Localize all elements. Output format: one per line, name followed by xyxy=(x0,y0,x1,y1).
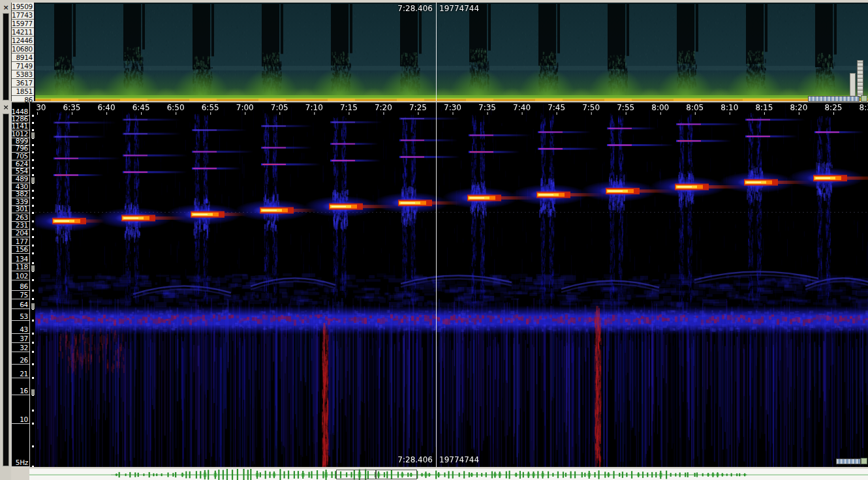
close-pane-icon[interactable]: × xyxy=(2,4,10,12)
time-tick-label: 8:30 xyxy=(860,103,868,112)
top-pane-vertical-scrollbar[interactable] xyxy=(3,13,9,100)
frequency-tick-label: 75 xyxy=(12,291,30,299)
frequency-tick-label: 43 xyxy=(12,321,30,334)
playback-cursor-line-main xyxy=(436,102,437,467)
time-tick-label: 6:35 xyxy=(63,103,81,112)
time-tick-label: 6:30 xyxy=(35,103,46,112)
frequency-tick-mark xyxy=(32,342,34,344)
overview-view-region-box[interactable] xyxy=(375,470,417,479)
time-tick-label: 7:10 xyxy=(305,103,323,112)
time-ruler: 6:306:356:406:456:506:557:007:057:107:15… xyxy=(35,103,868,113)
frequency-tick-label: 10 xyxy=(12,395,30,424)
frequency-tick-label: 14211 xyxy=(12,28,34,37)
cursor-sample-readout-main: 19774744 xyxy=(439,455,479,464)
frequency-tick-label: 32 xyxy=(12,343,30,352)
cursor-time-readout-main: 7:28.406 xyxy=(361,455,433,464)
frequency-tick-mark xyxy=(32,363,34,365)
frequency-tick-label: 86 xyxy=(12,280,30,291)
frequency-gray-marker xyxy=(31,132,35,138)
playback-cursor-line-top xyxy=(436,3,437,101)
frequency-tick-mark xyxy=(32,151,34,153)
frequency-tick-label: 10680 xyxy=(12,45,34,53)
frequency-tick-mark xyxy=(32,279,34,281)
frequency-tick-mark xyxy=(32,410,34,412)
frequency-gray-marker xyxy=(31,303,35,309)
frequency-tick-label: 118 xyxy=(12,263,30,271)
frequency-tick-label: 301 xyxy=(12,206,30,213)
frequency-tick-label: 15977 xyxy=(12,20,34,28)
main-frequency-scale[interactable]: 1448128611411012899796705624554489430382… xyxy=(11,102,35,467)
time-tick-label: 7:20 xyxy=(375,103,392,112)
time-tick-label: 6:50 xyxy=(167,103,185,112)
frequency-tick-mark xyxy=(32,115,34,117)
time-tick-label: 8:00 xyxy=(651,103,669,112)
time-tick-label: 7:40 xyxy=(513,103,531,112)
frequency-tick-mark xyxy=(32,220,34,222)
frequency-gray-marker xyxy=(31,389,35,395)
global-overview-strip[interactable] xyxy=(29,468,868,480)
frequency-tick-label: 16 xyxy=(12,378,30,395)
top-pane-vertical-zoom-bar[interactable] xyxy=(850,73,856,98)
cursor-sample-readout-top: 19774744 xyxy=(439,4,479,13)
time-tick-label: 7:15 xyxy=(340,103,358,112)
frequency-tick-label: 12446 xyxy=(12,37,34,45)
frequency-tick-mark xyxy=(32,245,34,247)
frequency-tick-mark xyxy=(32,236,34,238)
frequency-tick-mark xyxy=(32,167,34,169)
frequency-tick-mark xyxy=(32,333,34,335)
frequency-tick-label: 21 xyxy=(12,365,30,378)
frequency-tick-label: 5383 xyxy=(12,70,34,79)
frequency-tick-label: 102 xyxy=(12,271,30,280)
spectrogram-app-window: × × 195091774315977142111244610680891471… xyxy=(0,0,868,480)
frequency-tick-label: 17743 xyxy=(12,11,34,20)
overview-view-region-box[interactable] xyxy=(336,470,377,479)
main-spectrogram-canvas[interactable] xyxy=(35,102,868,467)
time-tick-label: 7:30 xyxy=(444,103,461,112)
top-pane-zoom-reset-button[interactable] xyxy=(861,95,867,102)
frequency-tick-label: 3617 xyxy=(12,79,34,87)
pane-separator xyxy=(11,101,868,102)
main-pane-vertical-scrollbar[interactable] xyxy=(3,113,9,466)
frequency-tick-mark xyxy=(32,144,34,146)
time-tick-label: 8:20 xyxy=(790,103,807,112)
frequency-gray-marker xyxy=(31,177,35,183)
top-frequency-scale[interactable]: 1950917743159771421112446106808914714953… xyxy=(11,3,35,101)
frequency-tick-mark xyxy=(32,262,34,264)
frequency-tick-mark xyxy=(32,298,34,300)
main-pane-zoom-reset-button[interactable] xyxy=(861,458,867,464)
frequency-tick-mark xyxy=(32,122,34,124)
frequency-tick-mark xyxy=(32,228,34,230)
frequency-tick-label: 37 xyxy=(12,334,30,343)
time-tick-label: 7:50 xyxy=(582,103,600,112)
frequency-tick-mark xyxy=(32,445,34,447)
frequency-tick-mark xyxy=(32,320,34,322)
frequency-tick-mark xyxy=(32,190,34,192)
main-pane-horizontal-thumbwheel[interactable] xyxy=(836,458,861,464)
frequency-tick-label: 5Hz xyxy=(12,424,30,467)
top-pane-vertical-thumbwheel[interactable] xyxy=(857,60,863,97)
close-pane-icon[interactable]: × xyxy=(2,104,10,112)
frequency-gray-marker xyxy=(31,265,35,271)
time-tick-label: 8:25 xyxy=(824,103,842,112)
time-tick-label: 7:55 xyxy=(617,103,634,112)
frequency-tick-label: 26 xyxy=(12,352,30,365)
frequency-tick-mark xyxy=(32,423,34,425)
frequency-tick-label: 19509 xyxy=(12,3,34,11)
frequency-tick-label: 64 xyxy=(12,299,30,309)
window-frame-top xyxy=(0,0,868,3)
time-tick-label: 8:10 xyxy=(721,103,738,112)
top-spectrogram-canvas[interactable] xyxy=(35,3,868,101)
frequency-tick-label: 204 xyxy=(12,230,30,237)
time-tick-label: 6:45 xyxy=(132,103,150,112)
time-tick-label: 7:45 xyxy=(548,103,565,112)
time-tick-label: 8:15 xyxy=(755,103,773,112)
time-tick-label: 8:05 xyxy=(686,103,704,112)
frequency-tick-label: 1851 xyxy=(12,87,34,96)
top-pane-horizontal-thumbwheel[interactable] xyxy=(808,96,860,102)
frequency-tick-mark xyxy=(32,212,34,214)
frequency-tick-mark xyxy=(32,252,34,254)
time-tick-label: 6:40 xyxy=(98,103,116,112)
frequency-tick-mark xyxy=(32,466,34,467)
overview-waveform-canvas[interactable] xyxy=(29,469,868,480)
frequency-tick-mark xyxy=(32,159,34,161)
